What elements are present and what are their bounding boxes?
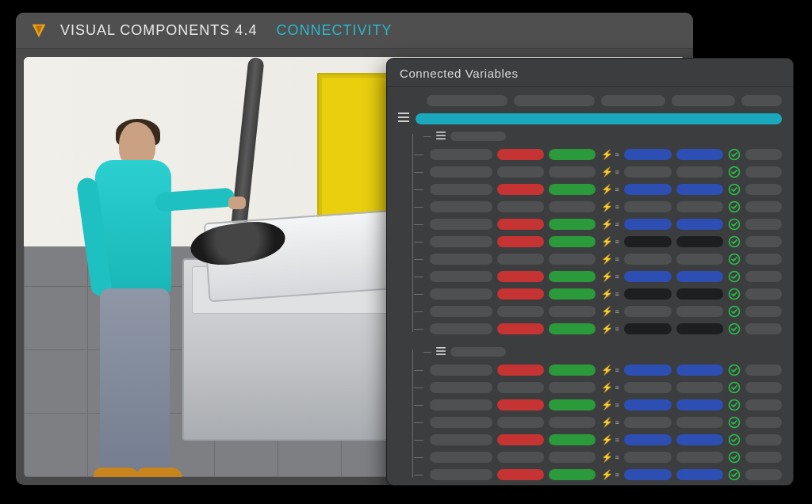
pair-sub-icon: ≡	[615, 220, 619, 228]
check-circle-icon	[728, 253, 741, 265]
lightning-icon: ⚡	[600, 365, 613, 376]
check-circle-icon	[728, 183, 741, 196]
variable-row[interactable]: ⚡≡	[423, 251, 782, 267]
svg-rect-21	[436, 353, 446, 355]
svg-rect-2	[398, 113, 409, 114]
trailing-cell	[745, 417, 782, 428]
server-value-cell-2	[676, 382, 723, 393]
server-value-cell-2	[676, 201, 723, 212]
col-header[interactable]	[741, 95, 782, 106]
sim-value-cell-2	[549, 434, 596, 445]
variable-row[interactable]: ⚡≡	[423, 286, 782, 302]
server-value-cell	[624, 399, 671, 410]
col-header[interactable]	[601, 95, 665, 106]
var-name-cell	[430, 166, 492, 178]
trailing-cell	[745, 271, 782, 282]
trailing-cell	[745, 219, 782, 230]
server-value-cell	[624, 288, 671, 300]
var-name-cell	[430, 434, 492, 445]
check-circle-icon	[728, 323, 741, 335]
variable-row[interactable]: ⚡≡	[423, 234, 782, 250]
variable-row[interactable]: ⚡≡	[423, 164, 782, 180]
trailing-cell	[745, 452, 782, 463]
var-name-cell	[430, 382, 492, 393]
trailing-cell	[745, 306, 782, 317]
server-value-cell	[624, 417, 671, 428]
variable-row[interactable]: ⚡≡	[423, 216, 782, 232]
variable-row[interactable]: ⚡≡	[423, 467, 782, 483]
trailing-cell	[745, 288, 782, 300]
variable-row[interactable]: ⚡≡	[423, 380, 782, 395]
trailing-cell	[745, 149, 782, 160]
check-circle-icon	[728, 270, 741, 283]
lightning-icon: ⚡	[600, 201, 613, 212]
group-header[interactable]	[423, 129, 782, 143]
pair-sub-icon: ≡	[615, 168, 619, 176]
server-value-cell	[624, 184, 671, 195]
variable-row[interactable]: ⚡≡	[423, 269, 782, 284]
variable-row[interactable]: ⚡≡	[423, 362, 782, 378]
server-value-cell	[624, 434, 671, 445]
sim-value-cell	[497, 219, 544, 230]
server-value-cell-2	[676, 469, 723, 480]
pair-sub-icon: ≡	[615, 384, 619, 391]
sim-value-cell-2	[549, 201, 596, 212]
group-label	[450, 347, 506, 357]
server-value-cell	[624, 306, 671, 317]
var-name-cell	[430, 365, 492, 376]
check-circle-icon	[728, 218, 741, 231]
lightning-icon: ⚡	[600, 219, 613, 230]
group-header[interactable]	[423, 345, 782, 359]
panel-body: ⚡≡⚡≡⚡≡⚡≡⚡≡⚡≡⚡≡⚡≡⚡≡⚡≡⚡≡⚡≡⚡≡⚡≡⚡≡⚡≡⚡≡⚡≡	[387, 87, 793, 485]
server-value-cell-2	[676, 365, 723, 376]
sim-value-cell	[497, 254, 544, 265]
sim-value-cell-2	[549, 254, 596, 265]
col-header[interactable]	[514, 95, 595, 106]
operator-avatar	[81, 122, 200, 477]
connected-variables-panel[interactable]: Connected Variables ⚡≡⚡≡⚡≡⚡≡⚡≡⚡≡⚡≡⚡≡⚡≡⚡≡…	[387, 59, 793, 485]
sim-value-cell	[497, 166, 544, 178]
col-header[interactable]	[672, 95, 735, 106]
check-circle-icon	[728, 399, 741, 411]
sim-value-cell	[497, 382, 544, 393]
variable-row[interactable]: ⚡≡	[423, 147, 782, 162]
server-value-cell-2	[676, 219, 723, 230]
list-icon	[436, 131, 446, 142]
check-circle-icon	[728, 416, 741, 429]
var-name-cell	[430, 149, 492, 160]
sim-value-cell-2	[549, 399, 596, 410]
tab-connectivity[interactable]: CONNECTIVITY	[276, 22, 392, 39]
col-header[interactable]	[427, 95, 508, 106]
variable-row[interactable]: ⚡≡	[423, 321, 782, 337]
check-circle-icon	[728, 451, 741, 464]
lightning-icon: ⚡	[600, 149, 613, 160]
variable-row[interactable]: ⚡≡	[423, 397, 782, 413]
variable-row[interactable]: ⚡≡	[423, 432, 782, 448]
root-bar	[416, 113, 782, 124]
variable-row[interactable]: ⚡≡	[423, 181, 782, 197]
lightning-icon: ⚡	[600, 323, 613, 334]
check-circle-icon	[728, 433, 741, 446]
sim-value-cell-2	[549, 271, 596, 282]
server-value-cell-2	[676, 452, 723, 463]
column-headers	[427, 95, 782, 106]
lightning-icon: ⚡	[600, 288, 613, 300]
variable-row[interactable]: ⚡≡	[423, 304, 782, 319]
server-value-cell	[624, 323, 671, 334]
variable-row[interactable]: ⚡≡	[423, 449, 782, 465]
sim-value-cell-2	[549, 306, 596, 317]
server-value-cell-2	[676, 399, 723, 410]
sim-value-cell	[497, 149, 544, 160]
trailing-cell	[745, 469, 782, 480]
var-name-cell	[430, 306, 492, 317]
check-circle-icon	[728, 305, 741, 318]
variable-row[interactable]: ⚡≡	[423, 414, 782, 430]
lightning-icon: ⚡	[600, 452, 613, 463]
tree-root[interactable]	[398, 113, 782, 124]
sim-value-cell-2	[549, 365, 596, 376]
sim-value-cell	[497, 306, 544, 317]
variable-row[interactable]: ⚡≡	[423, 199, 782, 215]
lightning-icon: ⚡	[600, 166, 613, 178]
server-value-cell	[624, 254, 671, 265]
sim-value-cell-2	[549, 469, 596, 480]
